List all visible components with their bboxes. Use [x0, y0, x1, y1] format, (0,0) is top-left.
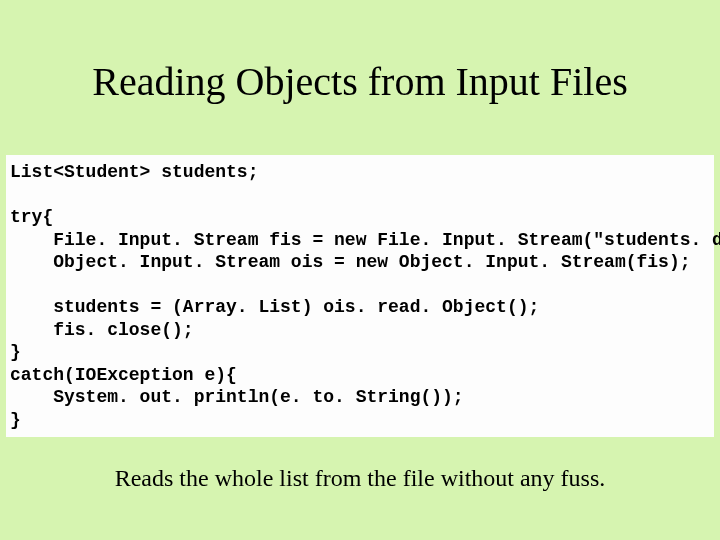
code-line: } [10, 410, 21, 430]
slide-title: Reading Objects from Input Files [0, 0, 720, 105]
code-line: Object. Input. Stream ois = new Object. … [10, 252, 691, 272]
code-line: catch(IOException e){ [10, 365, 237, 385]
code-line: File. Input. Stream fis = new File. Inpu… [10, 230, 720, 250]
code-line: fis. close(); [10, 320, 194, 340]
code-block: List<Student> students; try{ File. Input… [6, 155, 714, 437]
code-line: List<Student> students; [10, 162, 258, 182]
code-line: students = (Array. List) ois. read. Obje… [10, 297, 539, 317]
slide: Reading Objects from Input Files List<St… [0, 0, 720, 540]
code-line: System. out. println(e. to. String()); [10, 387, 464, 407]
code-line: } [10, 342, 21, 362]
code-line: try{ [10, 207, 53, 227]
slide-caption: Reads the whole list from the file witho… [0, 465, 720, 492]
